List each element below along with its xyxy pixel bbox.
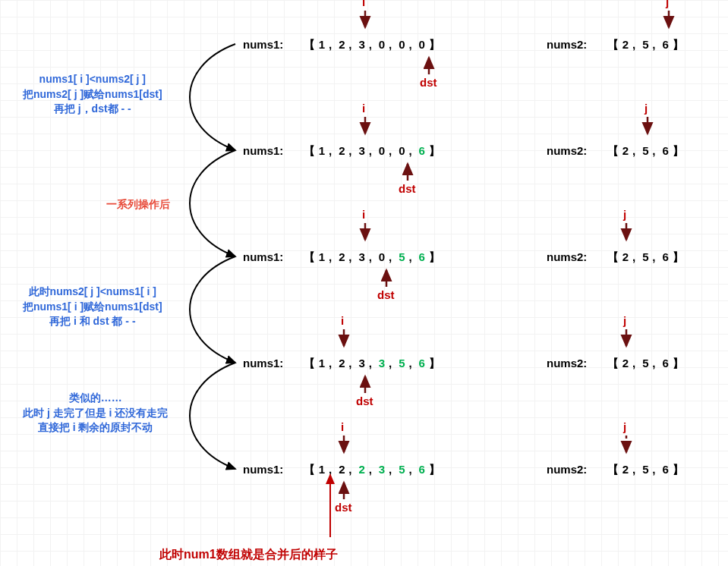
j-pointer-label: j xyxy=(623,420,626,433)
note-step4: 类似的…… 此时 j 走完了但是 i 还没有走完 直接把 i 剩余的原封不动 xyxy=(23,391,168,436)
i-pointer-label: i xyxy=(341,420,344,433)
note-step1: nums1[ i ]<nums2[ j ] 把nums2[ j ]赋给nums1… xyxy=(23,72,162,117)
final-arrow xyxy=(319,469,342,545)
note-step2: 一系列操作后 xyxy=(106,197,170,212)
nums2-step4: 【2, 5, 6】 xyxy=(607,463,684,477)
note-step3: 此时nums2[ j ]<nums1[ i ] 把nums1[ i ]赋给num… xyxy=(23,285,162,329)
note-final: 此时num1数组就是合并后的样子 xyxy=(159,546,338,563)
nums1-step4-label: nums1: xyxy=(243,463,283,476)
nums2-step4-label: nums2: xyxy=(547,463,587,476)
